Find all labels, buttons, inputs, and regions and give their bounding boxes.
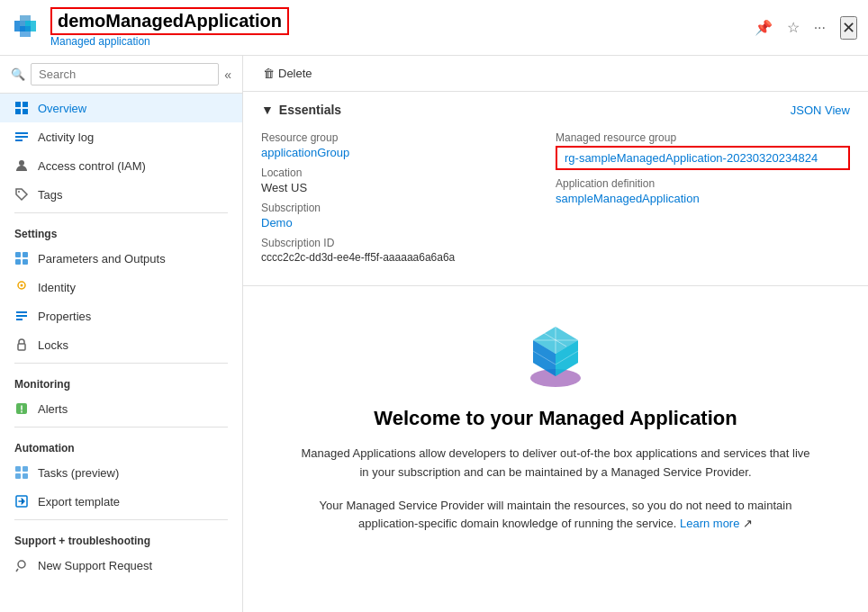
subscription-row: Subscription Demo [261, 202, 556, 230]
identity-icon [14, 280, 29, 294]
app-def-row: Application definition sampleManagedAppl… [556, 177, 850, 205]
sidebar-item-support-label: New Support Request [38, 559, 152, 572]
sidebar-item-alerts[interactable]: Alerts [0, 394, 242, 423]
welcome-icon [515, 313, 596, 392]
settings-divider [14, 212, 228, 213]
svg-rect-24 [15, 466, 21, 472]
star-button[interactable]: ☆ [787, 19, 800, 36]
sidebar-item-properties[interactable]: Properties [0, 302, 242, 330]
sidebar-item-tags[interactable]: Tags [0, 180, 242, 209]
svg-point-18 [21, 284, 23, 287]
automation-divider [14, 427, 228, 428]
learn-more-arrow: ↗ [743, 517, 753, 530]
svg-rect-10 [15, 140, 23, 141]
pin-button[interactable]: 📌 [755, 19, 773, 36]
svg-rect-7 [23, 109, 28, 114]
svg-rect-26 [15, 473, 21, 479]
svg-rect-4 [15, 102, 21, 107]
welcome-title: Welcome to your Managed Application [374, 407, 737, 430]
top-bar: demoManagedApplication Managed applicati… [0, 0, 868, 56]
welcome-desc-1: Managed Applications allow developers to… [297, 445, 814, 482]
location-label: Location [261, 166, 556, 179]
essentials-title: ▼ Essentials [261, 103, 341, 117]
resource-group-link[interactable]: applicationGroup [261, 146, 349, 159]
sidebar-item-properties-label: Properties [38, 310, 91, 323]
activity-log-icon [14, 130, 29, 144]
learn-more-link[interactable]: Learn more [680, 517, 739, 530]
app-icon [11, 12, 43, 44]
sidebar-item-overview-label: Overview [38, 102, 86, 115]
sidebar-item-tasks-label: Tasks (preview) [38, 466, 119, 480]
delete-icon: 🗑 [263, 67, 275, 80]
export-icon [14, 494, 29, 508]
sidebar-item-tasks[interactable]: Tasks (preview) [0, 458, 242, 487]
managed-rg-row: Managed resource group rg-sampleManagedA… [556, 131, 850, 170]
sidebar-item-access-control[interactable]: Access control (IAM) [0, 151, 242, 180]
essentials-header: ▼ Essentials JSON View [261, 103, 850, 117]
sidebar-item-support[interactable]: New Support Request [0, 551, 242, 580]
monitoring-divider [14, 363, 228, 364]
svg-rect-9 [15, 136, 28, 138]
sidebar-item-export[interactable]: Export template [0, 487, 242, 516]
search-input[interactable] [31, 63, 219, 86]
location-row: Location West US [261, 166, 556, 194]
essentials-right-col: Managed resource group rg-sampleManagedA… [556, 128, 850, 274]
svg-rect-14 [23, 252, 28, 257]
sidebar-item-access-label: Access control (IAM) [38, 159, 146, 173]
delete-button[interactable]: 🗑 Delete [258, 63, 318, 84]
sidebar-item-locks[interactable]: Locks [0, 330, 242, 359]
svg-rect-13 [15, 252, 21, 257]
properties-icon [14, 309, 29, 323]
support-divider [14, 519, 228, 520]
managed-rg-label: Managed resource group [556, 131, 850, 144]
sidebar-item-activity-label: Activity log [38, 130, 94, 144]
subscription-link[interactable]: Demo [261, 216, 293, 230]
subscription-id-row: Subscription ID cccc2c2c-dd3d-ee4e-ff5f-… [261, 237, 556, 264]
svg-rect-5 [23, 102, 28, 107]
locks-icon [14, 338, 29, 352]
sidebar-item-identity[interactable]: Identity [0, 273, 242, 302]
tasks-icon [14, 465, 29, 480]
content-toolbar: 🗑 Delete [243, 56, 868, 92]
overview-icon [14, 101, 29, 115]
sidebar-item-params[interactable]: Parameters and Outputs [0, 244, 242, 273]
svg-rect-21 [16, 319, 23, 320]
json-view-link[interactable]: JSON View [791, 104, 850, 117]
support-section-label: Support + troubleshooting [0, 524, 242, 551]
sidebar: 🔍 « Overview Activity log Access control… [0, 56, 243, 612]
collapse-icon[interactable]: « [224, 68, 231, 82]
more-button[interactable]: ··· [814, 20, 826, 36]
welcome-section: Welcome to your Managed Application Mana… [243, 286, 868, 561]
app-def-link[interactable]: sampleManagedApplication [556, 192, 700, 205]
svg-point-11 [19, 160, 24, 166]
main-layout: 🔍 « Overview Activity log Access control… [0, 56, 868, 612]
sidebar-item-overview[interactable]: Overview [0, 94, 242, 122]
sidebar-item-identity-label: Identity [38, 281, 76, 294]
top-bar-actions: 📌 ☆ ··· ✕ [755, 16, 857, 40]
title-box: demoManagedApplication [50, 7, 289, 35]
svg-rect-3 [20, 26, 31, 37]
subscription-id-value: cccc2c2c-dd3d-ee4e-ff5f-aaaaaa6a6a6a [261, 251, 556, 264]
support-icon [14, 558, 29, 572]
tags-icon [14, 187, 29, 202]
svg-rect-25 [23, 466, 28, 472]
sidebar-item-export-label: Export template [38, 495, 120, 508]
content-area: 🗑 Delete ▼ Essentials JSON View Resource… [243, 56, 868, 612]
monitoring-section-label: Monitoring [0, 367, 242, 394]
subscription-label: Subscription [261, 202, 556, 214]
close-button[interactable]: ✕ [840, 16, 857, 40]
sidebar-item-tags-label: Tags [38, 188, 62, 202]
resource-group-row: Resource group applicationGroup [261, 131, 556, 159]
title-group: demoManagedApplication Managed applicati… [50, 7, 747, 48]
welcome-desc-2: Your Managed Service Provider will maint… [297, 497, 814, 535]
delete-label: Delete [278, 67, 312, 80]
svg-rect-22 [18, 344, 25, 350]
sidebar-item-activity-log[interactable]: Activity log [0, 122, 242, 151]
sidebar-item-alerts-label: Alerts [38, 402, 68, 416]
sidebar-item-params-label: Parameters and Outputs [38, 252, 166, 266]
page-title: demoManagedApplication [58, 11, 282, 32]
settings-section-label: Settings [0, 217, 242, 244]
svg-rect-16 [23, 259, 28, 265]
managed-rg-link[interactable]: rg-sampleManagedApplication-202303202348… [565, 151, 818, 165]
svg-rect-19 [16, 311, 27, 313]
